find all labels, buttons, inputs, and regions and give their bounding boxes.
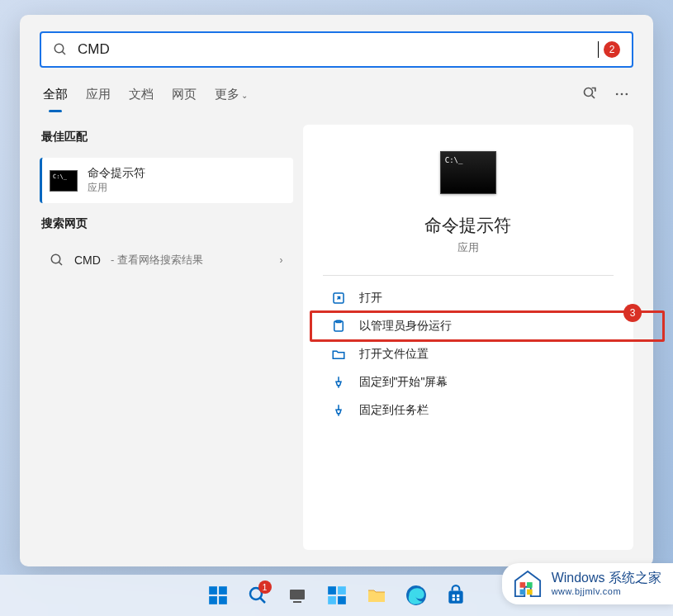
folder-icon (331, 347, 346, 362)
taskbar-search[interactable]: 1 (241, 579, 274, 612)
svg-rect-22 (338, 596, 346, 604)
svg-rect-12 (219, 586, 227, 595)
svg-rect-28 (457, 598, 459, 600)
svg-point-5 (626, 93, 628, 96)
action-open[interactable]: 打开 (323, 284, 614, 312)
app-name: 命令提示符 (424, 214, 511, 237)
svg-rect-29 (519, 582, 525, 588)
svg-line-16 (260, 598, 265, 603)
section-best-match: 最佳匹配 (40, 125, 293, 149)
action-pin-taskbar[interactable]: 固定到任务栏 (323, 396, 614, 424)
search-icon (53, 42, 68, 57)
svg-rect-25 (452, 595, 454, 597)
svg-rect-17 (290, 590, 305, 599)
tab-all[interactable]: 全部 (43, 87, 68, 112)
cmd-icon-large (440, 151, 496, 194)
taskbar-explorer[interactable] (360, 579, 393, 612)
watermark-title: Windows 系统之家 (552, 571, 661, 585)
more-options-icon[interactable] (614, 86, 630, 102)
svg-rect-19 (328, 586, 336, 595)
pin-icon (331, 403, 346, 418)
search-icon (50, 253, 64, 268)
taskbar-widgets[interactable] (320, 579, 353, 612)
start-button[interactable] (201, 579, 235, 612)
windows-icon (207, 585, 229, 606)
svg-rect-11 (209, 586, 217, 595)
svg-point-6 (51, 254, 60, 263)
svg-point-3 (616, 93, 618, 96)
app-type: 应用 (457, 240, 479, 255)
action-open-location[interactable]: 打开文件位置 (323, 340, 614, 368)
open-icon (331, 291, 346, 306)
store-icon (445, 585, 467, 606)
svg-point-2 (585, 88, 593, 97)
admin-shield-icon (331, 319, 346, 334)
svg-rect-18 (293, 601, 301, 603)
callout-badge-3: 3 (623, 304, 642, 322)
taskbar-search-badge: 1 (258, 580, 272, 594)
web-result-suffix: - 查看网络搜索结果 (111, 253, 203, 268)
detail-pane: 命令提示符 应用 打开 3 以管理员身份运行 打开文件位置 (303, 125, 633, 550)
results-column: 最佳匹配 命令提示符 应用 搜索网页 CMD - 查看网络搜索结果 › (40, 125, 293, 550)
svg-rect-20 (338, 586, 346, 595)
action-list: 打开 3 以管理员身份运行 打开文件位置 固定到"开始"屏幕 (323, 284, 614, 424)
svg-line-7 (59, 262, 62, 265)
task-view-icon (287, 585, 307, 605)
svg-rect-13 (209, 596, 217, 604)
pin-icon (331, 375, 346, 390)
taskbar-store[interactable] (439, 579, 472, 612)
action-pin-start[interactable]: 固定到"开始"屏幕 (323, 368, 614, 396)
taskbar-edge[interactable] (400, 579, 433, 612)
tabs: 全部 应用 文档 网页 更多⌄ (43, 87, 248, 112)
result-title: 命令提示符 (88, 166, 145, 181)
svg-rect-21 (328, 596, 336, 604)
folder-icon (366, 585, 387, 605)
edge-icon (405, 585, 427, 606)
watermark-url: www.bjjmlv.com (552, 586, 661, 597)
svg-point-0 (55, 44, 64, 53)
chevron-down-icon: ⌄ (241, 91, 248, 100)
search-on-web-icon[interactable] (582, 86, 599, 102)
svg-rect-31 (519, 590, 525, 595)
result-text: 命令提示符 应用 (88, 166, 145, 195)
tabs-row: 全部 应用 文档 网页 更多⌄ (40, 86, 633, 113)
result-subtitle: 应用 (88, 181, 145, 195)
section-search-web: 搜索网页 (40, 211, 293, 236)
tab-more[interactable]: 更多⌄ (215, 87, 248, 112)
svg-rect-14 (219, 596, 227, 604)
web-result-query: CMD (74, 254, 101, 267)
action-run-admin[interactable]: 3 以管理员身份运行 (323, 312, 614, 340)
search-panel: CMD 2 全部 应用 文档 网页 更多⌄ 最佳匹配 命令提示符 (20, 15, 653, 566)
svg-rect-32 (527, 590, 533, 595)
svg-rect-30 (527, 582, 533, 588)
tab-apps[interactable]: 应用 (86, 87, 111, 112)
callout-badge-2: 2 (604, 41, 620, 58)
svg-point-4 (621, 93, 623, 96)
web-search-result[interactable]: CMD - 查看网络搜索结果 › (40, 244, 293, 276)
chevron-right-icon: › (280, 254, 283, 266)
tab-docs[interactable]: 文档 (129, 87, 154, 112)
widgets-icon (326, 585, 348, 606)
cmd-icon (50, 170, 78, 192)
svg-rect-26 (457, 595, 459, 597)
search-input[interactable]: CMD (78, 41, 598, 58)
best-match-result[interactable]: 命令提示符 应用 (40, 158, 293, 203)
divider (323, 275, 614, 276)
watermark-logo-icon (512, 570, 543, 598)
tab-web[interactable]: 网页 (172, 87, 197, 112)
svg-rect-24 (448, 591, 462, 604)
svg-rect-27 (452, 598, 454, 600)
text-cursor (598, 41, 599, 58)
taskbar-task-view[interactable] (281, 579, 314, 612)
svg-line-1 (62, 51, 65, 54)
watermark: Windows 系统之家 www.bjjmlv.com (502, 563, 673, 604)
search-box[interactable]: CMD 2 (40, 31, 633, 68)
